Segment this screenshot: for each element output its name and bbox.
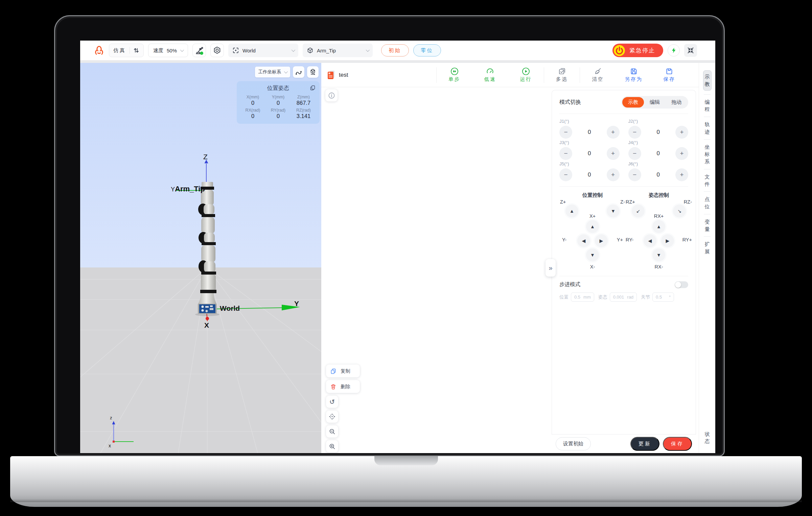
jog-label-rx-minus: RX- [655,264,663,269]
sidebar-tab-points[interactable]: 点位 [704,195,710,210]
tool-tip-select[interactable]: Arm_Tip [303,44,373,57]
work-coordinate-select[interactable]: 工作坐标系 [255,67,291,77]
slow-run-button[interactable]: 低速 [472,67,508,83]
info-button[interactable] [325,89,338,101]
save-pose-button[interactable]: 保存 [663,437,692,451]
speed-dropdown[interactable]: 速度 50% [148,44,188,57]
set-initial-button[interactable]: 设置初始 [556,437,591,450]
program-file[interactable]: test [327,70,436,80]
simulation-mode-control[interactable]: 仿真 [109,44,144,57]
file-doc-icon [327,70,335,80]
jog-rz-plus-button[interactable]: ↙ [632,205,645,217]
simulation-label: 仿真 [113,47,126,54]
pose-value: 0 [240,113,265,119]
joint-minus-button[interactable]: − [559,126,572,139]
reset-view-button[interactable] [307,66,319,78]
joint-label: J5(°) [559,161,620,166]
jog-rx-plus-button[interactable]: ▲ [652,220,665,233]
step-joint-input[interactable]: 0.5 ° [652,292,674,302]
tab-drag[interactable]: 拖动 [666,97,687,108]
jog-y-minus-button[interactable]: ◀ [577,234,590,247]
program-canvas[interactable]: 复制 删除 [321,87,550,453]
copy-pose-icon[interactable] [310,85,316,91]
sidebar-tab-teach[interactable]: 示教 [703,70,712,91]
exit-fullscreen-button[interactable] [684,44,697,57]
zoom-in-button[interactable] [326,440,338,452]
delete-button[interactable]: 删除 [326,380,360,393]
jog-label-ry-plus: RY+ [682,237,692,242]
clear-button[interactable]: 清空 [580,67,616,83]
arrow-down-icon: ▼ [590,252,595,258]
tab-teach[interactable]: 示教 [622,97,644,108]
init-pose-button[interactable]: 初始 [381,44,409,56]
rotate-right-icon: ↘ [677,208,681,214]
sidebar-tab-variables[interactable]: 变量 [704,218,710,233]
viewport-3d[interactable]: Z YArm_Tip World Y X z x 工作坐标系 [80,63,321,453]
sidebar-tab-status[interactable]: 状态 [704,430,710,445]
rotate-left-icon: ↙ [636,208,640,214]
copy-label: 复制 [341,368,350,374]
panel-collapse-handle[interactable]: » [546,259,556,277]
online-dot [200,51,203,55]
speed-value: 50% [167,48,177,53]
control-footer: 设置初始 更新 保存 [552,434,696,453]
joint-minus-button[interactable]: − [628,126,641,139]
step-position-input[interactable]: 0.5 mm [571,292,594,302]
settings-gear-button[interactable] [210,44,224,57]
jog-rx-minus-button[interactable]: ▼ [652,249,665,261]
save-as-button[interactable]: 另存为 [616,67,652,83]
sidebar-tab-files[interactable]: 文件 [704,173,710,188]
sidebar-tab-coordinates[interactable]: 坐标系 [704,143,710,165]
joint-control-j3: J3(°) − 0 + [559,139,620,160]
joint-plus-button[interactable]: + [607,147,620,160]
joint-minus-button[interactable]: − [559,168,572,181]
sidebar-tab-program[interactable]: 编程 [704,98,710,113]
coordinate-frame-value: World [242,48,288,53]
divider [704,117,711,117]
joint-plus-button[interactable]: + [675,126,688,139]
step-run-button[interactable]: 单步 [437,67,472,83]
sidebar-tab-trajectory[interactable]: 轨迹 [704,121,710,136]
zoom-out-button[interactable] [326,425,338,438]
jog-label-rz-minus: RZ- [684,199,692,205]
tip-y-axis-label: Y [171,186,175,193]
focus-center-button[interactable] [326,411,338,423]
jog-z-plus-button[interactable]: ▲ [565,205,578,217]
multi-select-button[interactable]: 多选 [544,67,580,83]
step-attitude-input[interactable]: 0.001 rad [610,292,637,302]
emergency-stop-button[interactable]: 紧急停止 [612,44,663,57]
speed-label: 速度 [153,47,163,54]
robot-status-button[interactable] [192,44,206,57]
zero-pose-button[interactable]: 零位 [413,44,441,56]
run-button[interactable]: 运行 [508,67,544,83]
undo-button[interactable]: ↺ [326,396,338,408]
pose-title-text: 位置姿态 [267,85,289,91]
laptop-base-edge [10,499,802,502]
update-button[interactable]: 更新 [630,437,659,451]
copy-button[interactable]: 复制 [326,365,360,377]
jog-y-plus-button[interactable]: ▶ [595,234,608,247]
jog-z-minus-button[interactable]: ▼ [607,205,620,217]
tab-edit[interactable]: 编辑 [644,97,666,108]
joint-minus-button[interactable]: − [559,147,572,160]
joint-plus-button[interactable]: + [675,168,688,181]
jog-ry-minus-button[interactable]: ◀ [644,234,656,247]
pose-value: 0 [240,100,265,106]
jog-x-plus-button[interactable]: ▲ [586,220,599,233]
joint-minus-button[interactable]: − [628,168,641,181]
joint-plus-button[interactable]: + [675,147,688,160]
jog-ry-plus-button[interactable]: ▶ [661,234,674,247]
joint-plus-button[interactable]: + [607,168,620,181]
joint-minus-button[interactable]: − [628,147,641,160]
power-boost-button[interactable] [668,44,680,56]
save-button[interactable]: 保存 [651,67,687,83]
sidebar-tab-extensions[interactable]: 扩展 [704,240,710,255]
step-mode-toggle[interactable] [675,281,688,288]
joint-plus-button[interactable]: + [607,126,620,139]
swap-updown-icon[interactable] [133,47,139,53]
jog-label-rz-plus: RZ+ [626,199,635,205]
trajectory-path-button[interactable] [293,66,304,78]
coordinate-frame-select[interactable]: World [228,44,298,57]
jog-x-minus-button[interactable]: ▼ [586,249,599,261]
jog-rz-minus-button[interactable]: ↘ [673,205,686,217]
